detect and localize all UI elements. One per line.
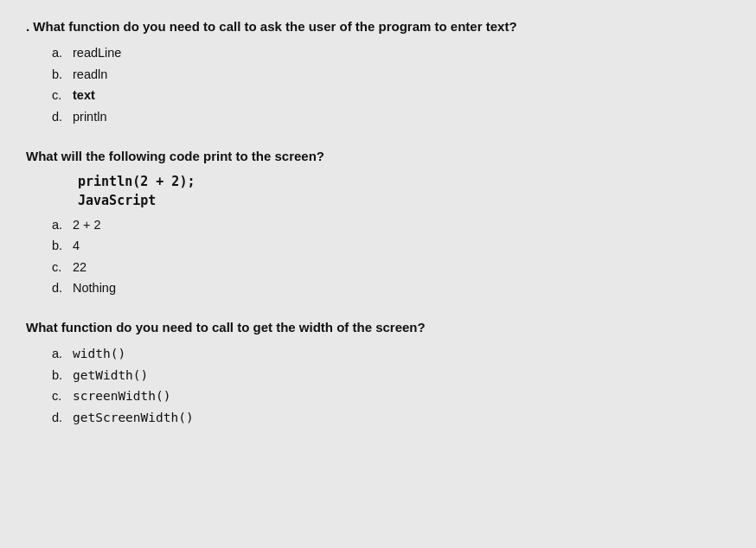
option-label: b. (52, 235, 66, 257)
question-1-options: a. readLine b. readln c. text d. println (52, 42, 730, 128)
option-1b: b. readln (52, 64, 730, 86)
option-label: a. (52, 214, 66, 236)
option-2a: a. 2 + 2 (52, 214, 730, 236)
option-2d: d. Nothing (52, 277, 730, 299)
option-text: readLine (73, 42, 121, 64)
question-3-options: a. width() b. getWidth() c. screenWidth(… (52, 343, 730, 429)
question-1: . What function do you need to call to a… (26, 17, 730, 128)
option-2c: c. 22 (52, 257, 730, 278)
option-text: screenWidth() (73, 386, 171, 407)
option-text: 22 (73, 257, 86, 278)
option-label: a. (52, 343, 66, 365)
option-text: width() (73, 343, 125, 365)
question-2-options: a. 2 + 2 b. 4 c. 22 d. Nothing (52, 214, 730, 300)
option-label: a. (52, 42, 66, 64)
option-1a: a. readLine (52, 42, 730, 64)
option-text: Nothing (73, 277, 116, 299)
option-3a: a. width() (52, 343, 730, 365)
question-2: What will the following code print to th… (26, 147, 730, 300)
option-label: c. (52, 257, 66, 278)
option-text: getScreenWidth() (73, 407, 194, 429)
option-label: c. (52, 85, 66, 106)
option-text: readln (73, 64, 107, 86)
question-3: What function do you need to call to get… (26, 318, 730, 429)
option-3b: b. getWidth() (52, 365, 730, 386)
option-label: d. (52, 277, 66, 299)
question-3-text: What function do you need to call to get… (26, 318, 730, 336)
option-label: d. (52, 407, 66, 429)
option-1d: d. println (52, 106, 730, 128)
option-label: b. (52, 365, 66, 386)
option-text: text (73, 85, 95, 106)
option-1c: c. text (52, 85, 730, 106)
option-label: c. (52, 386, 66, 407)
option-3d: d. getScreenWidth() (52, 407, 730, 429)
option-text: 2 + 2 (73, 214, 101, 236)
question-1-text: . What function do you need to call to a… (26, 17, 730, 35)
option-2b: b. 4 (52, 235, 730, 257)
option-label: d. (52, 106, 66, 128)
option-text: 4 (73, 235, 80, 257)
option-text: println (73, 106, 107, 128)
quiz-page: . What function do you need to call to a… (26, 17, 730, 429)
option-label: b. (52, 64, 66, 86)
question-2-code: println(2 + 2);JavaScript (78, 172, 730, 211)
option-text: getWidth() (73, 365, 148, 386)
question-2-text: What will the following code print to th… (26, 147, 730, 165)
option-3c: c. screenWidth() (52, 386, 730, 407)
